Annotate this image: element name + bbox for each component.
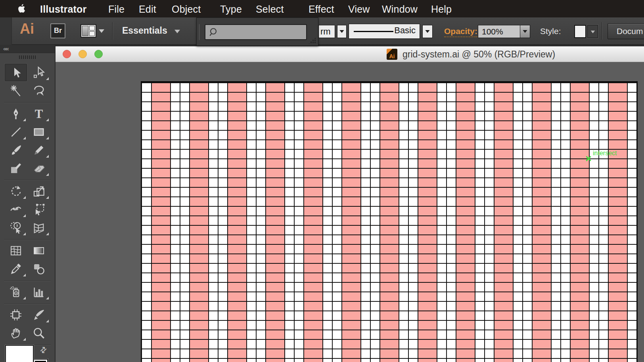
brush-definition-dropdown[interactable]: Basic xyxy=(349,24,420,39)
menu-item-file[interactable]: File xyxy=(108,4,125,15)
panel-grip-icon[interactable] xyxy=(19,55,36,59)
grid-line xyxy=(332,82,333,362)
opacity-caret-icon[interactable] xyxy=(520,25,530,38)
document-setup-button[interactable]: Docum xyxy=(608,23,644,39)
pen-tool[interactable] xyxy=(5,105,27,122)
grid-line xyxy=(256,82,257,362)
brush-definition-caret-icon[interactable] xyxy=(422,25,433,38)
symbol-sprayer-tool[interactable] xyxy=(5,283,27,301)
rotate-tool[interactable] xyxy=(5,183,27,200)
perspective-grid-tool[interactable] xyxy=(28,219,50,236)
search-input[interactable] xyxy=(205,24,307,40)
grid-line xyxy=(560,82,561,362)
zoom-tool[interactable] xyxy=(28,324,50,342)
column-graph-tool[interactable] xyxy=(28,283,50,301)
menu-item-edit[interactable]: Edit xyxy=(139,4,156,15)
type-tool[interactable]: T xyxy=(28,105,50,122)
panel-resize-grip[interactable] xyxy=(308,37,316,44)
eraser-tool-icon xyxy=(33,162,45,175)
grid-line xyxy=(437,82,437,362)
symbol-sprayer-tool-icon xyxy=(10,286,22,298)
tools-panel: «« T ⇄ xyxy=(0,45,56,362)
separator xyxy=(602,22,602,40)
perspective-grid-tool-icon xyxy=(33,221,45,234)
width-tool[interactable] xyxy=(5,201,27,218)
menu-item-select[interactable]: Select xyxy=(256,4,284,15)
window-title: grid-system.ai @ 50% (RGB/Preview) xyxy=(402,49,555,60)
width-tool-icon xyxy=(10,203,22,216)
rectangle-tool[interactable] xyxy=(28,123,50,141)
paintbrush-tool[interactable] xyxy=(5,141,27,159)
stroke-swatch[interactable] xyxy=(33,359,48,362)
artboard-grid[interactable] xyxy=(141,81,638,362)
menu-item-illustrator[interactable]: Illustrator xyxy=(40,4,87,15)
canvas-pasteboard[interactable]: intersect xyxy=(56,62,644,362)
minimize-button[interactable] xyxy=(79,50,87,58)
smart-guide-label: intersect xyxy=(593,150,617,157)
arrange-documents-button[interactable] xyxy=(80,24,96,38)
grid-line xyxy=(627,82,628,362)
bridge-button[interactable]: Br xyxy=(50,23,65,38)
arrange-documents-caret-icon[interactable] xyxy=(99,29,104,33)
menu-item-effect[interactable]: Effect xyxy=(309,4,334,15)
type-tool-icon: T xyxy=(33,107,45,120)
workspace-caret-icon[interactable] xyxy=(174,30,180,33)
zoom-window-button[interactable] xyxy=(94,50,103,58)
collapse-panel-button[interactable]: «« xyxy=(0,45,55,53)
grid-line xyxy=(570,82,571,362)
selection-tool-icon xyxy=(10,66,22,79)
grid-line xyxy=(360,82,361,362)
scale-tool[interactable] xyxy=(28,183,50,200)
pencil-tool[interactable] xyxy=(28,141,50,159)
mesh-tool-icon xyxy=(10,244,22,257)
grid-line xyxy=(475,82,475,362)
lasso-tool[interactable] xyxy=(28,82,50,99)
apple-menu[interactable] xyxy=(17,3,27,14)
width-profile-dropdown[interactable]: rm xyxy=(318,25,335,38)
width-profile-caret-icon[interactable] xyxy=(337,25,347,38)
mesh-tool[interactable] xyxy=(5,242,27,259)
magic-wand-tool[interactable] xyxy=(5,82,27,99)
graphic-style-caret-icon[interactable] xyxy=(587,25,598,38)
workspace-switcher[interactable]: Essentials xyxy=(122,25,167,36)
grid-line xyxy=(341,82,342,362)
search-panel xyxy=(196,17,318,46)
close-button[interactable] xyxy=(63,50,71,58)
smart-guide-anchor-icon xyxy=(586,156,591,161)
direct-selection-tool[interactable] xyxy=(28,64,50,81)
grid-line xyxy=(218,82,218,362)
opacity-link[interactable]: Opacity: xyxy=(444,27,477,37)
grid-line xyxy=(170,82,171,362)
stroke-preview-icon xyxy=(354,31,393,32)
gradient-tool[interactable] xyxy=(28,242,50,259)
fill-swatch[interactable] xyxy=(5,345,34,362)
swap-fill-stroke-icon[interactable]: ⇄ xyxy=(36,343,51,357)
slice-tool[interactable] xyxy=(28,306,50,324)
rectangle-tool-icon xyxy=(33,126,45,138)
shape-builder-tool[interactable] xyxy=(5,219,27,236)
gradient-tool-icon xyxy=(33,244,45,257)
line-segment-tool[interactable] xyxy=(5,123,27,141)
eraser-tool[interactable] xyxy=(28,160,50,177)
opacity-input[interactable]: 100% xyxy=(478,25,520,38)
menu-item-type[interactable]: Type xyxy=(220,4,242,15)
graphic-style-swatch[interactable] xyxy=(574,25,586,38)
hand-tool[interactable] xyxy=(5,324,27,342)
menu-item-help[interactable]: Help xyxy=(431,4,452,15)
menu-item-view[interactable]: View xyxy=(348,4,370,15)
artboard-tool[interactable] xyxy=(5,306,27,324)
toolbar-separator xyxy=(0,237,55,242)
menu-item-window[interactable]: Window xyxy=(382,4,418,15)
selection-tool[interactable] xyxy=(5,64,27,81)
free-transform-tool[interactable] xyxy=(28,201,50,218)
column-graph-tool-icon xyxy=(33,286,45,298)
document-title-bar[interactable]: Ai grid-system.ai @ 50% (RGB/Preview) xyxy=(56,46,644,62)
shape-builder-tool-icon xyxy=(10,221,22,234)
menu-item-object[interactable]: Object xyxy=(172,4,201,15)
grid-line xyxy=(532,82,533,362)
blend-tool[interactable] xyxy=(28,260,50,278)
eyedropper-tool[interactable] xyxy=(5,260,27,278)
blob-brush-tool[interactable] xyxy=(5,160,27,177)
style-label: Style: xyxy=(540,27,561,36)
grid-line xyxy=(294,82,295,362)
